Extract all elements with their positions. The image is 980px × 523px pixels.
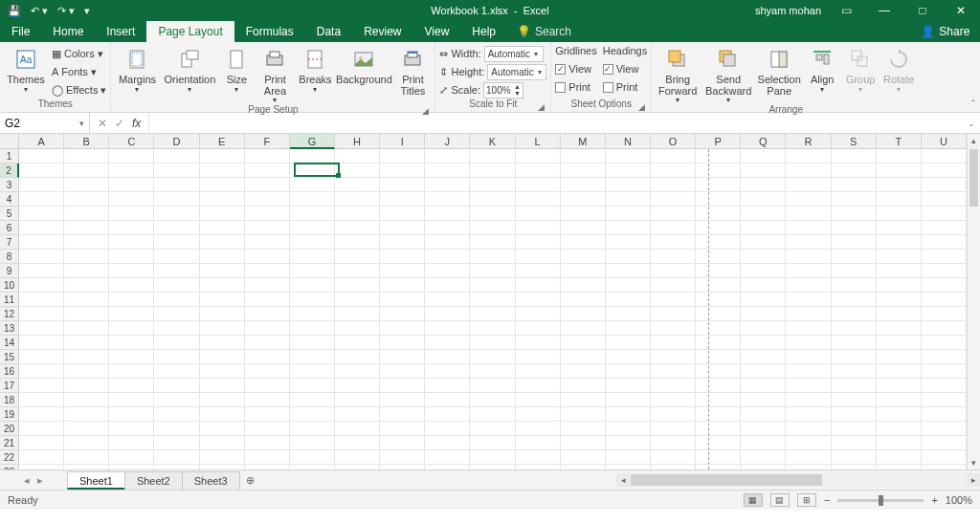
cell[interactable] (606, 436, 651, 450)
scroll-down-button[interactable]: ▾ (968, 456, 980, 469)
cell[interactable] (425, 422, 470, 436)
cell[interactable] (290, 264, 335, 278)
cell[interactable] (200, 436, 245, 450)
cell[interactable] (200, 278, 245, 293)
column-header-N[interactable]: N (606, 134, 651, 149)
cell[interactable] (877, 436, 922, 450)
cell[interactable] (335, 450, 380, 465)
cell[interactable] (832, 436, 877, 450)
cell[interactable] (64, 207, 109, 221)
cell[interactable] (425, 250, 470, 264)
cell[interactable] (200, 235, 245, 250)
cell[interactable] (696, 364, 741, 379)
gridlines-view-checkbox[interactable]: ✓View (555, 60, 596, 77)
cell[interactable] (786, 207, 831, 221)
fx-icon[interactable]: fx (132, 117, 141, 130)
redo-icon[interactable]: ↷ ▾ (57, 5, 75, 17)
cell[interactable] (109, 178, 154, 192)
cell[interactable] (154, 221, 199, 235)
column-header-M[interactable]: M (561, 134, 606, 149)
cell[interactable] (832, 178, 877, 192)
cell[interactable] (109, 192, 154, 207)
cell[interactable] (561, 336, 606, 350)
cell[interactable] (290, 364, 335, 379)
cell[interactable] (64, 336, 109, 350)
cell[interactable] (335, 250, 380, 264)
cell[interactable] (109, 465, 154, 470)
row-header-6[interactable]: 6 (0, 221, 19, 235)
page-setup-dialog-launcher[interactable]: ◢ (422, 106, 429, 116)
cell[interactable] (786, 393, 831, 407)
cell[interactable] (696, 436, 741, 450)
cell[interactable] (109, 163, 154, 178)
cell[interactable] (741, 364, 786, 379)
cell[interactable] (245, 436, 290, 450)
cell[interactable] (64, 163, 109, 178)
cell[interactable] (786, 264, 831, 278)
cell[interactable] (606, 465, 651, 470)
print-area-button[interactable]: Print Area▾ (256, 44, 293, 104)
cell[interactable] (335, 307, 380, 321)
cell[interactable] (922, 207, 967, 221)
cell[interactable] (200, 264, 245, 278)
cell[interactable] (425, 149, 470, 163)
share-button[interactable]: 👤 Share (921, 21, 980, 42)
cell[interactable] (832, 207, 877, 221)
scroll-right-button[interactable]: ▸ (967, 473, 980, 487)
cell[interactable] (245, 221, 290, 235)
cell[interactable] (200, 450, 245, 465)
column-header-Q[interactable]: Q (741, 134, 786, 149)
cell[interactable] (696, 407, 741, 422)
cell[interactable] (832, 364, 877, 379)
cell[interactable] (200, 221, 245, 235)
cell[interactable] (154, 250, 199, 264)
bring-forward-button[interactable]: Bring Forward▾ (656, 44, 700, 104)
cell[interactable] (561, 221, 606, 235)
name-box[interactable]: G2▾ (0, 113, 90, 133)
height-combo[interactable]: Automatic▾ (487, 64, 546, 80)
maximize-button[interactable]: □ (909, 4, 936, 17)
page-layout-view-button[interactable]: ▤ (770, 493, 790, 507)
cell[interactable] (335, 293, 380, 307)
cell[interactable] (200, 207, 245, 221)
cell[interactable] (245, 163, 290, 178)
cell[interactable] (606, 221, 651, 235)
cell[interactable] (470, 149, 515, 163)
cell[interactable] (290, 250, 335, 264)
cell[interactable] (651, 178, 696, 192)
cell[interactable] (696, 264, 741, 278)
cell[interactable] (19, 436, 64, 450)
active-cell[interactable] (294, 163, 340, 177)
cell[interactable] (200, 163, 245, 178)
column-headers[interactable]: ABCDEFGHIJKLMNOPQRSTU (19, 134, 967, 149)
cell[interactable] (109, 264, 154, 278)
cell[interactable] (154, 364, 199, 379)
cell[interactable] (154, 450, 199, 465)
cell[interactable] (335, 350, 380, 364)
cell[interactable] (64, 422, 109, 436)
background-button[interactable]: Background (337, 44, 390, 86)
cell[interactable] (651, 264, 696, 278)
cell[interactable] (380, 221, 425, 235)
cell[interactable] (516, 422, 561, 436)
cell[interactable] (470, 278, 515, 293)
cell[interactable] (832, 293, 877, 307)
minimize-button[interactable]: — (871, 4, 898, 17)
cell[interactable] (696, 221, 741, 235)
cell[interactable] (651, 235, 696, 250)
cell[interactable] (290, 350, 335, 364)
cell[interactable] (109, 364, 154, 379)
cell[interactable] (516, 278, 561, 293)
column-header-P[interactable]: P (696, 134, 741, 149)
cell[interactable] (64, 465, 109, 470)
cell[interactable] (64, 364, 109, 379)
cell[interactable] (786, 178, 831, 192)
cell[interactable] (335, 465, 380, 470)
cell[interactable] (154, 207, 199, 221)
cell[interactable] (741, 207, 786, 221)
cell[interactable] (516, 192, 561, 207)
cell[interactable] (245, 422, 290, 436)
cell[interactable] (425, 235, 470, 250)
cell[interactable] (154, 321, 199, 336)
cell[interactable] (290, 307, 335, 321)
